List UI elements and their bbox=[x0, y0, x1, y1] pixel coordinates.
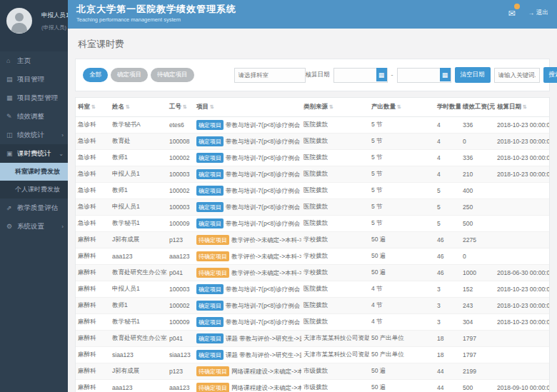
cell-project: 确定项目课题 带教与评价->研究生->鉴定->教师 bbox=[194, 347, 301, 363]
sort-icon: ⇅ bbox=[523, 104, 527, 109]
sort-icon: ⇅ bbox=[126, 104, 130, 109]
project-status-badge: 确定项目 bbox=[196, 153, 224, 163]
cell-source: 学校拨款 bbox=[301, 265, 369, 281]
gear-icon: ⚙ bbox=[6, 223, 14, 230]
project-text: 带教与培训-7(p<8)诊疗例会 bbox=[226, 203, 300, 211]
project-status-badge: 确定项目 bbox=[196, 333, 224, 343]
messages-button[interactable]: ✉ bbox=[508, 6, 515, 19]
calendar-icon[interactable]: ▦ bbox=[440, 68, 451, 81]
cell-output: 4 节 bbox=[369, 298, 435, 314]
cell-source: 医院拨款 bbox=[301, 117, 369, 134]
date-to-box: ▦ bbox=[397, 67, 451, 83]
cell-name: 申报人员1 bbox=[110, 166, 167, 183]
cell-salary: 210 bbox=[461, 166, 495, 183]
sidebar-item-project-management[interactable]: ▤ 项目管理 bbox=[0, 70, 68, 89]
project-text: 网络课程建设->未确定->本科->X 学员 bbox=[231, 368, 301, 375]
cell-name: 教学秘书1 bbox=[110, 314, 167, 331]
submenu-item-dept-fee[interactable]: 科室课时费发放 bbox=[0, 163, 68, 181]
sidebar-item-project-type[interactable]: ▦ 项目类型管理 bbox=[0, 89, 68, 107]
submenu-item-personal-fee[interactable]: 个人课时费发放 bbox=[0, 181, 68, 198]
results-table-panel: 科室⇅ 姓名⇅ 工号⇅ 项目⇅ 类别来源⇅ 产出数量⇅ 学时数量⇅ 绩效工资(元… bbox=[75, 97, 550, 392]
table-row: 急诊科 申报人员1 100003 确定项目带教与培训-7(p<8)诊疗例会 医院… bbox=[76, 166, 549, 183]
cell-id: 100009 bbox=[167, 216, 194, 232]
table-row: 急诊科 教师1 100002 确定项目带教与培训-7(p<8)诊疗例会 医院拨款… bbox=[76, 150, 549, 166]
project-text: 带教与培训-7(p<8)诊疗例会 bbox=[226, 302, 300, 309]
cell-id: p123 bbox=[167, 363, 194, 380]
table-row: 麻醉科 教师1 100002 确定项目带教与培训-7(p<8)诊疗例会 医院拨款… bbox=[76, 298, 549, 314]
cell-id: etes6 bbox=[167, 117, 194, 134]
cell-hours: 18 bbox=[435, 347, 461, 363]
cell-output: 5 节 bbox=[369, 199, 435, 216]
cell-name: 申报人员1 bbox=[110, 281, 167, 298]
sidebar-item-performance-stats[interactable]: ◫ 绩效统计 › bbox=[0, 126, 68, 144]
cell-dept: 麻醉科 bbox=[76, 331, 110, 347]
sidebar-item-teaching-quality[interactable]: ⇗ 教学质量评估 bbox=[0, 198, 68, 217]
pencil-icon: ✎ bbox=[6, 113, 14, 120]
cell-project: 确定项目带教与培训-7(p<8)诊疗例会 bbox=[194, 298, 301, 314]
project-text: 带教与培训-7(p<8)诊疗例会 bbox=[226, 286, 300, 293]
app-window: 申报人员1 (申报人员) ▾ ⌂ 主页 ▤ 项目管理 ▦ 项目类型管理 ✎ bbox=[0, 0, 557, 392]
sidebar-item-home[interactable]: ⌂ 主页 bbox=[0, 51, 68, 70]
cell-dept: 急诊科 bbox=[76, 183, 110, 199]
project-status-badge: 确定项目 bbox=[196, 317, 224, 327]
avatar[interactable] bbox=[6, 8, 32, 34]
search-button[interactable]: 搜索 bbox=[543, 67, 557, 83]
cell-project: 确定项目带教与培训-7(p<8)诊疗例会 bbox=[194, 199, 301, 216]
cell-salary: 0 bbox=[461, 134, 495, 150]
filter-confirmed-button[interactable]: 确定项目 bbox=[111, 68, 148, 82]
cell-salary: 336 bbox=[461, 150, 495, 166]
column-header-source[interactable]: 类别来源⇅ bbox=[301, 98, 369, 117]
cell-output: 50 产出单位 bbox=[369, 347, 435, 363]
user-panel: 申报人员1 (申报人员) ▾ bbox=[0, 0, 68, 51]
cell-project: 待确定项目教学评价->未确定->本科->X 无接受人 bbox=[194, 265, 301, 281]
column-header-id[interactable]: 工号⇅ bbox=[167, 98, 194, 117]
cell-output: 4 节 bbox=[369, 281, 435, 298]
cell-dept: 麻醉科 bbox=[76, 314, 110, 331]
filter-pending-button[interactable]: 待确定项目 bbox=[151, 68, 194, 82]
date-range-label: 核算日期 bbox=[306, 71, 330, 79]
table-row: 麻醉科 J郭有成展 p123 待确定项目教学评价->未确定->本科->X 无接受… bbox=[76, 232, 549, 248]
table-row: 麻醉科 申报人员1 100003 确定项目带教与培训-7(p<8)诊疗例会 医院… bbox=[76, 281, 549, 298]
user-role-dropdown[interactable]: (申报人员) ▾ bbox=[41, 24, 64, 31]
sidebar-item-performance-adjust[interactable]: ✎ 绩效调整 bbox=[0, 107, 68, 126]
cell-hours: 4 bbox=[435, 134, 461, 150]
cell-hours: 46 bbox=[435, 248, 461, 265]
sidebar-item-fee-stats[interactable]: ▣ 课时费统计 ⌄ bbox=[0, 144, 68, 163]
column-header-dept[interactable]: 科室⇅ bbox=[76, 98, 110, 117]
cell-id: siaa123 bbox=[167, 347, 194, 363]
cell-source: 医院拨款 bbox=[301, 134, 369, 150]
filter-toolbar: 全部 确定项目 待确定项目 核算日期 ▦ - ▦ 清空日期 搜索 bbox=[75, 59, 550, 91]
cell-salary: 400 bbox=[461, 183, 495, 199]
cell-salary: 304 bbox=[461, 314, 495, 331]
sidebar-item-system-settings[interactable]: ⚙ 系统设置 › bbox=[0, 217, 68, 236]
column-header-date[interactable]: 核算日期⇅ bbox=[495, 98, 549, 117]
column-header-hours[interactable]: 学时数量⇅ bbox=[435, 98, 461, 117]
cell-date bbox=[495, 183, 549, 199]
column-header-project[interactable]: 项目⇅ bbox=[194, 98, 301, 117]
column-header-name[interactable]: 姓名⇅ bbox=[110, 98, 167, 117]
cell-dept: 麻醉科 bbox=[76, 363, 110, 380]
table-row: 急诊科 申报人员1 100003 确定项目带教与培训-7(p<8)诊疗例会 医院… bbox=[76, 199, 549, 216]
department-input[interactable] bbox=[234, 68, 306, 83]
project-status-badge: 确定项目 bbox=[196, 284, 224, 294]
cell-id: 100008 bbox=[167, 134, 194, 150]
cell-source: 天津市某某科技公司资助项目 bbox=[301, 347, 369, 363]
calendar-icon[interactable]: ▦ bbox=[376, 68, 387, 81]
table-row: 急诊科 教学秘书A etes6 确定项目带教与培训-7(p<8)诊疗例会 医院拨… bbox=[76, 117, 549, 134]
cell-date bbox=[495, 248, 549, 265]
project-status-badge: 确定项目 bbox=[196, 350, 224, 360]
cell-salary: 336 bbox=[461, 117, 495, 134]
cell-id: 100002 bbox=[167, 298, 194, 314]
cell-hours: 5 bbox=[435, 183, 461, 199]
cell-salary: 2275 bbox=[461, 232, 495, 248]
cell-dept: 急诊科 bbox=[76, 199, 110, 216]
clear-date-button[interactable]: 清空日期 bbox=[455, 67, 491, 83]
keyword-input[interactable] bbox=[494, 68, 540, 83]
cell-project: 待确定项目网络课程建设->未确定->本科->X 学员 bbox=[194, 363, 301, 380]
column-header-output[interactable]: 产出数量⇅ bbox=[369, 98, 435, 117]
filter-all-button[interactable]: 全部 bbox=[83, 68, 108, 82]
logout-button[interactable]: → 退出 bbox=[528, 9, 549, 17]
cell-project: 确定项目带教与培训-7(p<8)诊疗例会 bbox=[194, 150, 301, 166]
sidebar-nav: ⌂ 主页 ▤ 项目管理 ▦ 项目类型管理 ✎ 绩效调整 ◫ 绩效统计 › ▣ bbox=[0, 51, 68, 236]
column-header-salary[interactable]: 绩效工资(元)⇅ bbox=[461, 98, 495, 117]
